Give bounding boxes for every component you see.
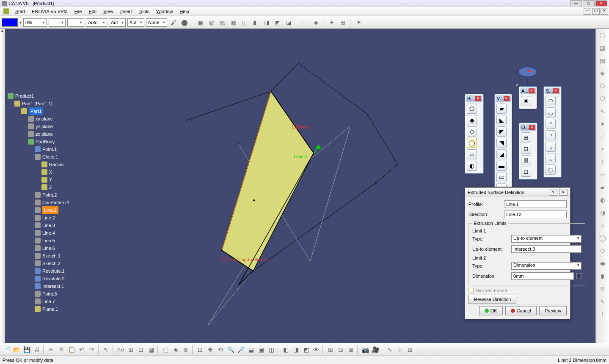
open-icon[interactable]: 📂	[12, 345, 21, 354]
tree-line5[interactable]: Line.5	[8, 237, 69, 244]
tree-circpattern[interactable]: CircPattern.1	[8, 199, 69, 206]
menu-start-icon[interactable]	[3, 8, 9, 14]
print-icon[interactable]: 🖨	[32, 345, 41, 354]
ft-btn[interactable]: ◣	[496, 115, 507, 125]
rt-icon[interactable]: ▦	[598, 43, 608, 52]
fit-all-icon[interactable]: ⊡	[196, 345, 205, 354]
tree-point1[interactable]: Point.1	[8, 145, 69, 153]
tb-icon-13[interactable]: ⊞	[338, 18, 347, 27]
ft-btn[interactable]: ▬	[496, 161, 507, 171]
tree-zx-plane[interactable]: zx plane	[8, 130, 69, 138]
none-combo[interactable]: None	[146, 18, 167, 27]
iso-view-icon[interactable]: ◫	[267, 345, 276, 354]
float-toolbar-o[interactable]: O...✕ ⊞ ⊟ ⊠ ⊡	[519, 123, 537, 180]
menu-edit[interactable]: Edit	[85, 8, 100, 15]
rt-icon[interactable]: ⬡	[598, 94, 608, 103]
type1-select[interactable]: Up-to element	[511, 235, 581, 243]
rt-icon[interactable]: ◈	[598, 68, 608, 78]
float-toolbar-v[interactable]: V...✕ ▰ ◣ ◤ ◥ ◢ ▬ ▭ ▮	[494, 94, 512, 197]
tb-bottom-icon[interactable]: ◩	[301, 345, 311, 354]
float-toolbar-s[interactable]: S...✕ ◠ ◡ ◜ ◝ ◞ ◟ ◌	[543, 86, 562, 178]
copy-icon[interactable]: ⎘	[57, 345, 66, 354]
tb-icon-3[interactable]: ▨	[218, 18, 227, 27]
ft-btn[interactable]: ⊡	[521, 167, 531, 177]
close-icon[interactable]: ✕	[553, 88, 559, 93]
menu-window[interactable]: Window	[153, 8, 176, 15]
ft-btn[interactable]: ◇	[467, 126, 477, 137]
reverse-direction-button[interactable]: Reverse Direction	[468, 295, 516, 304]
direction-input[interactable]	[504, 211, 567, 218]
tb-bottom-icon[interactable]: ▦	[146, 345, 156, 354]
auto2-combo[interactable]: Aut	[109, 18, 126, 27]
tree-line4[interactable]: Line.4	[8, 229, 69, 237]
new-icon[interactable]: 📄	[2, 345, 11, 354]
rt-icon[interactable]: ◯	[598, 233, 608, 243]
ft-btn[interactable]: ◤	[496, 126, 507, 137]
tree-root[interactable]: Product1	[8, 92, 69, 100]
rt-icon[interactable]: ◐	[598, 195, 608, 205]
ft-btn[interactable]: ⬠	[467, 104, 477, 114]
minimize-button[interactable]: —	[570, 0, 582, 6]
close-icon[interactable]: ✕	[529, 125, 535, 130]
ft-btn[interactable]: ◌	[546, 164, 556, 175]
tree-z[interactable]: Z	[8, 183, 69, 191]
tb-icon-9[interactable]: ◪	[284, 18, 293, 27]
tb-bottom-icon[interactable]: 📷	[361, 345, 370, 354]
profile-input[interactable]	[504, 200, 567, 208]
axis-icon[interactable]: ⤡	[385, 345, 394, 354]
mdi-close[interactable]: ✕	[601, 8, 608, 15]
tb-icon-10[interactable]: ⬚	[300, 18, 309, 27]
rt-icon[interactable]: ⬮	[598, 271, 608, 281]
tree-part[interactable]: Part1	[8, 107, 69, 115]
tb-icon-8[interactable]: ◩	[273, 18, 282, 27]
tree-xy-plane[interactable]: xy plane	[8, 115, 69, 123]
tree-line2[interactable]: Line.2	[8, 214, 69, 222]
tree-line7[interactable]: Line.7	[8, 298, 69, 305]
linetype-combo[interactable]: —	[49, 18, 66, 27]
tree-point2[interactable]: Point.2	[8, 191, 69, 199]
fx-icon[interactable]: f(x)	[116, 345, 125, 354]
rt-icon[interactable]: ○	[598, 221, 608, 230]
type2-select[interactable]: Dimension	[511, 262, 581, 270]
rt-icon[interactable]: ▧	[598, 56, 608, 65]
rt-icon[interactable]: ⌇	[598, 309, 608, 319]
auto1-combo[interactable]: Auto	[86, 18, 107, 27]
menu-enovia[interactable]: ENOVIA V5 VPM	[28, 8, 71, 15]
float-toolbar-a[interactable]: A...✕ ✸	[519, 86, 537, 109]
rt-icon[interactable]: ⬠	[598, 81, 608, 90]
tb-bottom-icon[interactable]: ⊞	[326, 345, 335, 354]
workspace[interactable]: ▲ Profile Limit 2 Limit1 up-to element	[0, 29, 609, 343]
tb-icon-4[interactable]: ▩	[229, 18, 238, 27]
ft-btn[interactable]: ◐	[467, 161, 477, 171]
zoom-in-icon[interactable]: 🔍	[226, 345, 235, 354]
color-swatch[interactable]	[2, 18, 18, 27]
tree-sketch1[interactable]: Sketch.1	[8, 252, 69, 260]
ft-btn[interactable]: ▭	[496, 172, 507, 182]
lineweight-combo[interactable]: —	[67, 18, 84, 27]
tb-bottom-icon[interactable]: ◈	[171, 345, 180, 354]
normal-view-icon[interactable]: ⬓	[246, 345, 256, 354]
ft-btn[interactable]: ▱	[467, 149, 477, 159]
redo-icon[interactable]: ↷	[87, 345, 96, 354]
tree-circle1[interactable]: Circle.1	[8, 153, 69, 161]
tb-bottom-icon[interactable]: ⊹	[395, 345, 405, 354]
menu-tools[interactable]: Tools	[135, 8, 153, 15]
tree-revolute1[interactable]: Revolute.1	[8, 267, 69, 275]
ok-button[interactable]: OK	[479, 306, 503, 315]
ft-btn[interactable]: ✸	[521, 96, 531, 106]
hide-show-icon[interactable]: 👁	[311, 345, 321, 354]
tb-bottom-icon[interactable]: ⊟	[336, 345, 345, 354]
zoom-out-icon[interactable]: 🔎	[236, 345, 245, 354]
mdi-minimize[interactable]: —	[584, 8, 591, 15]
tree-line1[interactable]: Line.1	[8, 206, 69, 214]
close-icon[interactable]: ✕	[504, 96, 510, 101]
cancel-button[interactable]: Cancel	[505, 306, 537, 315]
ft-btn[interactable]: ▰	[496, 104, 507, 114]
tree-point3[interactable]: Point.3	[8, 290, 69, 298]
pan-icon[interactable]: ✥	[206, 345, 215, 354]
tb-bottom-icon[interactable]: ⊠	[346, 345, 355, 354]
shading-icon[interactable]: ◧	[281, 345, 290, 354]
tree-partbody[interactable]: PartBody	[8, 138, 69, 145]
cut-icon[interactable]: ✂	[47, 345, 56, 354]
tree-revolute2[interactable]: Revolute.2	[8, 275, 69, 282]
